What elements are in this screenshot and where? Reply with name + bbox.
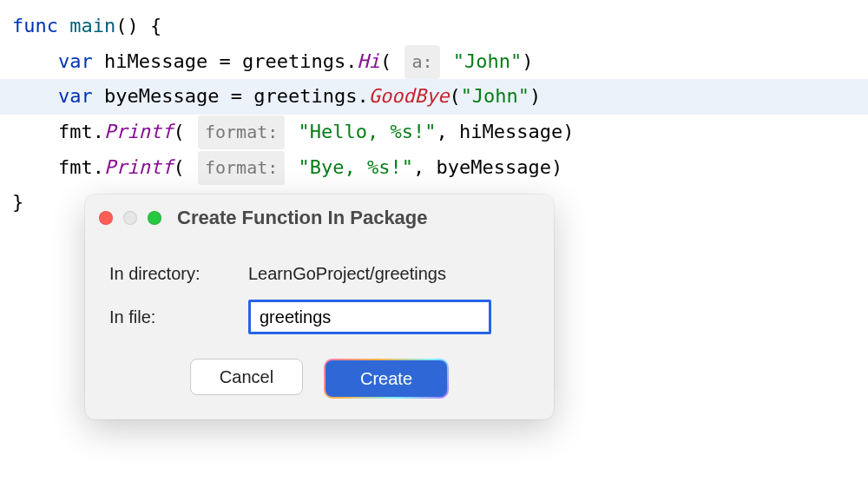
- directory-value: LearnGoProject/greetings: [248, 264, 446, 284]
- file-name-input[interactable]: [248, 300, 491, 334]
- directory-label: In directory:: [109, 264, 248, 284]
- string-john: "John": [461, 85, 529, 107]
- cancel-button[interactable]: Cancel: [190, 359, 303, 395]
- code-line-highlighted: var byeMessage = greetings.GoodBye("John…: [0, 79, 868, 115]
- assign-op: =: [219, 85, 253, 107]
- assign-op: =: [207, 50, 242, 72]
- method-hi: Hi: [357, 50, 380, 72]
- param-hint-a: a:: [404, 45, 439, 79]
- pkg-greetings: greetings: [242, 50, 345, 72]
- string-bye-fmt: "Bye, %s!": [299, 156, 413, 178]
- method-printf: Printf: [104, 121, 173, 142]
- dot: .: [93, 156, 104, 178]
- create-button[interactable]: Create: [326, 360, 447, 397]
- paren: ): [529, 85, 541, 107]
- paren: (: [173, 121, 196, 142]
- paren: () {: [115, 15, 161, 36]
- keyword-func: func: [12, 15, 58, 36]
- pkg-greetings: greetings: [253, 85, 357, 107]
- zoom-icon[interactable]: [148, 211, 161, 225]
- comma: ,: [436, 121, 459, 142]
- paren: (: [380, 50, 404, 72]
- dialog-body: In directory: LearnGoProject/greetings I…: [85, 238, 554, 419]
- param-hint-format: format:: [198, 151, 285, 185]
- code-editor[interactable]: func main() { var hiMessage = greetings.…: [0, 0, 868, 221]
- comma: ,: [413, 156, 437, 178]
- keyword-var: var: [58, 50, 93, 72]
- paren: (: [449, 85, 460, 107]
- create-function-dialog: Create Function In Package In directory:…: [85, 195, 554, 419]
- paren: ): [522, 50, 533, 72]
- param-hint-format: format:: [198, 115, 285, 149]
- file-row: In file:: [109, 300, 529, 334]
- pkg-fmt: fmt: [58, 156, 93, 178]
- code-line: func main() {: [0, 9, 868, 44]
- dot: .: [357, 85, 368, 107]
- code-line: fmt.Printf( format: "Hello, %s!", hiMess…: [0, 115, 868, 150]
- create-button-focus-ring: Create: [324, 359, 449, 399]
- file-label: In file:: [109, 307, 248, 327]
- paren: (: [173, 156, 196, 178]
- code-line: var hiMessage = greetings.Hi( a: "John"): [0, 44, 868, 80]
- window-traffic-lights: [99, 211, 161, 225]
- directory-row: In directory: LearnGoProject/greetings: [109, 264, 529, 284]
- keyword-var: var: [58, 85, 93, 107]
- dialog-buttons: Cancel Create: [109, 359, 529, 399]
- method-printf: Printf: [104, 156, 173, 178]
- code-line: fmt.Printf( format: "Bye, %s!", byeMessa…: [0, 150, 868, 186]
- paren: ): [551, 156, 562, 178]
- dialog-title: Create Function In Package: [177, 207, 428, 229]
- close-brace: }: [12, 191, 23, 213]
- arg-hi-message: hiMessage: [459, 121, 562, 142]
- dialog-titlebar: Create Function In Package: [85, 195, 554, 238]
- pkg-fmt: fmt: [58, 121, 93, 142]
- dot: .: [345, 50, 357, 72]
- close-icon[interactable]: [99, 211, 113, 225]
- method-goodbye-unresolved: GoodBye: [369, 85, 450, 107]
- paren: ): [562, 121, 574, 142]
- string-hello-fmt: "Hello, %s!": [299, 121, 437, 142]
- file-input-wrap: [248, 300, 529, 334]
- arg-bye-message: byeMessage: [436, 156, 550, 178]
- func-name-main: main: [69, 15, 115, 36]
- dot: .: [93, 121, 104, 142]
- string-john: "John": [453, 50, 522, 72]
- minimize-icon: [123, 211, 137, 225]
- var-bye-message: byeMessage: [104, 85, 219, 107]
- var-hi-message: hiMessage: [104, 50, 207, 72]
